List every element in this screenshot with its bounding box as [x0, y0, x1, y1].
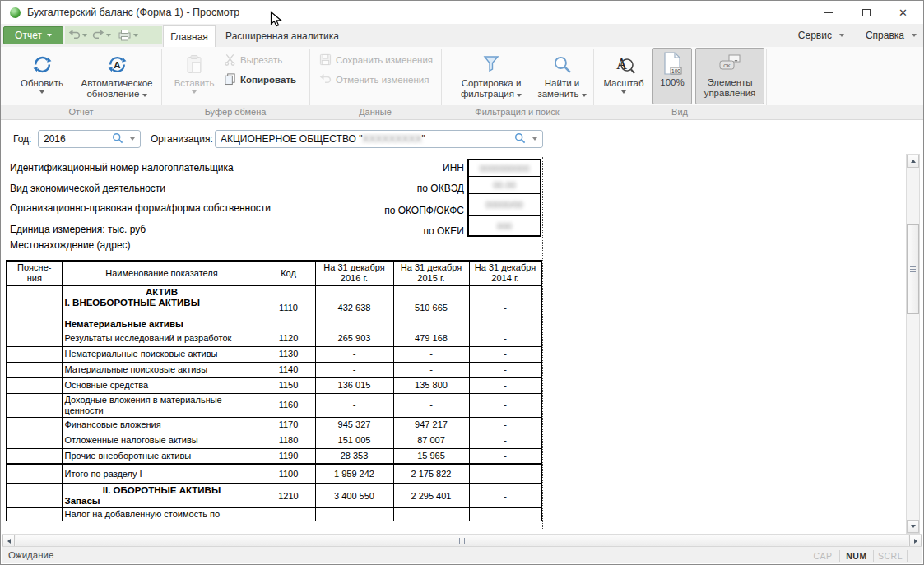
cancel-changes-button[interactable]: Отменить изменения	[319, 72, 429, 88]
table-cell: -	[393, 362, 469, 377]
redacted-org-name: ХХХХХХХХХ	[362, 133, 421, 145]
table-cell: 1140	[262, 362, 315, 377]
group-report-label: Отчет	[1, 105, 161, 119]
table-cell	[7, 484, 62, 508]
table-cell: -	[315, 393, 393, 417]
save-changes-button[interactable]: Сохранить изменения	[319, 52, 433, 68]
table-row: Итого по разделу I11001 959 2422 175 822…	[7, 464, 541, 484]
print-dropdown-icon[interactable]	[133, 34, 138, 37]
table-cell	[7, 331, 62, 346]
table-cell: Основные средства	[62, 377, 262, 393]
table-cell: -	[469, 285, 541, 331]
tab-main[interactable]: Главная	[163, 25, 216, 47]
chevron-down-icon	[39, 90, 44, 94]
vertical-scrollbar[interactable]	[906, 154, 920, 534]
statusbar: Ожидание CAP NUM SCRL	[2, 546, 922, 563]
horizontal-scroll-thumb[interactable]	[16, 535, 908, 547]
table-cell: 1160	[262, 393, 315, 417]
scroll-down-button[interactable]	[907, 520, 919, 533]
maximize-button[interactable]	[847, 1, 885, 24]
svg-text:A: A	[114, 59, 120, 69]
minimize-button[interactable]	[810, 1, 847, 24]
auto-refresh-button[interactable]: A Автоматическое обновление	[75, 49, 159, 100]
table-cell: 135 800	[393, 377, 469, 393]
inn-value-redacted: 0000000000	[479, 164, 529, 174]
table-cell	[393, 508, 469, 521]
table-cell: 1120	[262, 331, 315, 346]
okved-value-redacted: 00.00	[493, 180, 516, 190]
auto-refresh-icon: A	[107, 52, 128, 76]
chevron-down-icon	[192, 90, 197, 94]
controls-toggle-button[interactable]: OK Элементы управления	[695, 48, 764, 104]
table-cell: -	[469, 464, 541, 484]
chevron-down-icon[interactable]	[130, 137, 135, 141]
okopf-code-label: по ОКОПФ/ОКФС	[341, 205, 464, 216]
table-cell: -	[393, 346, 469, 362]
quick-access-toolbar	[65, 26, 162, 44]
zoom-100-button[interactable]: 100 100%	[652, 48, 692, 104]
table-row: II. ОБОРОТНЫЕ АКТИВЫЗапасы12103 400 5502…	[7, 484, 541, 508]
table-row: Отложенные налоговые активы1180151 00587…	[7, 433, 541, 448]
chevron-down-icon[interactable]	[532, 137, 537, 141]
year-input[interactable]: 2016	[38, 130, 141, 148]
arrow-right-icon	[914, 539, 917, 544]
scroll-up-button[interactable]	[907, 155, 919, 168]
table-cell	[262, 508, 315, 521]
redo-dropdown-icon[interactable]	[106, 34, 111, 37]
undo-dropdown-icon[interactable]	[82, 34, 87, 37]
search-icon[interactable]	[514, 132, 526, 146]
scroll-right-button[interactable]	[909, 535, 922, 547]
cut-label: Вырезать	[240, 55, 282, 65]
table-cell: Нематериальные поисковые активы	[62, 346, 262, 362]
unit-row-label: Единица измерения: тыс. руб	[10, 224, 146, 235]
cut-button[interactable]: Вырезать	[224, 52, 282, 68]
zoom-100-label: 100%	[660, 77, 684, 88]
vertical-scroll-thumb[interactable]	[907, 224, 919, 314]
balance-table: Поясне- ния Наименование показателя Код …	[6, 260, 542, 521]
report-menu-button[interactable]: Отчет	[3, 26, 63, 44]
close-button[interactable]: ✕	[885, 1, 922, 24]
titlebar: Бухгалтерский баланс (Форма 1) - Просмот…	[1, 1, 923, 24]
tab-extended-analytics[interactable]: Расширенная аналитика	[216, 25, 349, 47]
controls-toggle-label: Элементы управления	[696, 77, 764, 99]
redo-icon[interactable]	[92, 29, 104, 42]
paste-label: Вставить	[174, 78, 215, 89]
table-cell	[7, 508, 62, 521]
page-100-icon: 100	[662, 51, 683, 76]
copy-icon	[224, 72, 236, 87]
table-cell: -	[469, 362, 541, 377]
refresh-button[interactable]: Обновить	[11, 49, 73, 95]
table-cell: 1170	[262, 417, 315, 433]
scroll-left-button[interactable]	[2, 535, 15, 547]
undo-icon[interactable]	[68, 29, 81, 42]
help-menu[interactable]: Справка	[866, 30, 917, 41]
table-cell: Налог на добавленную стоимость по	[62, 508, 262, 521]
copy-button[interactable]: Копировать	[224, 72, 296, 88]
inn-code-label: ИНН	[341, 162, 464, 174]
arrow-left-icon	[7, 539, 11, 544]
zoom-button[interactable]: A Масштаб	[600, 49, 648, 95]
table-cell: Прочие внеоборотные активы	[62, 448, 262, 464]
table-cell: Итого по разделу I	[62, 464, 262, 484]
arrow-down-icon	[911, 525, 916, 528]
sort-filter-button[interactable]: Сортировка и фильтрация	[452, 49, 531, 100]
table-cell: 945 327	[315, 417, 393, 433]
paste-button[interactable]: Вставить	[168, 49, 221, 95]
okopf-row-label: Организационно-правовая форма/форма собс…	[10, 202, 271, 214]
search-icon[interactable]	[112, 132, 123, 146]
table-cell	[7, 346, 62, 362]
table-cell: Отложенные налоговые активы	[62, 433, 262, 448]
table-cell: 510 665	[393, 285, 469, 331]
organization-input[interactable]: АКЦИОНЕРНОЕ ОБЩЕСТВО "ХХХХХХХХХ"	[215, 130, 543, 148]
service-menu[interactable]: Сервис	[798, 30, 844, 41]
caps-indicator: CAP	[806, 551, 839, 561]
page-boundary-dotted-line	[542, 157, 543, 531]
group-data-label: Данные	[309, 105, 441, 119]
table-row: Прочие внеоборотные активы119028 35315 9…	[7, 448, 541, 464]
table-row: Доходные вложения в материальные ценност…	[7, 393, 541, 417]
find-replace-button[interactable]: Найти и заменить	[534, 49, 590, 100]
table-cell: -	[469, 393, 541, 417]
print-icon[interactable]	[118, 29, 132, 43]
codes-value-box: 0000000000 00.00 00000/00 000	[467, 159, 541, 237]
col-code: Код	[262, 261, 315, 285]
